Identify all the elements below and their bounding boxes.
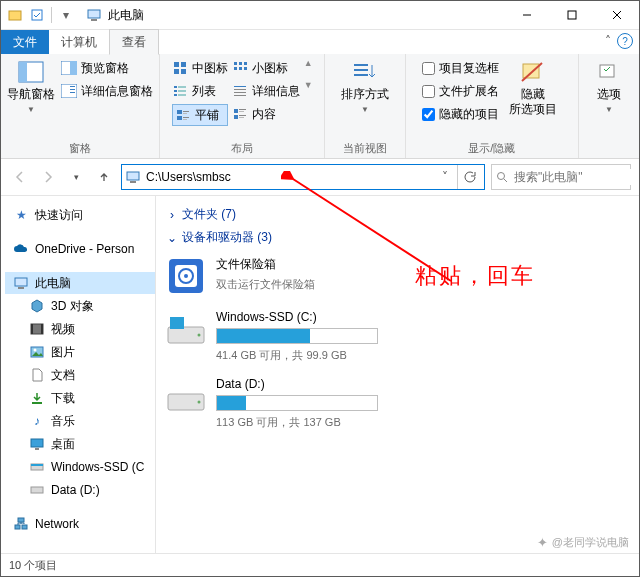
sidebar-item-onedrive[interactable]: OneDrive - Person <box>5 238 155 260</box>
properties-icon[interactable] <box>29 7 45 23</box>
svg-rect-13 <box>70 86 75 87</box>
svg-rect-65 <box>32 402 42 404</box>
preview-pane-icon <box>61 60 77 76</box>
qat-dropdown-icon[interactable]: ▾ <box>58 7 74 23</box>
address-input[interactable] <box>144 169 433 185</box>
content-button[interactable]: 内容 <box>232 104 300 124</box>
item-checkboxes-toggle[interactable]: 项目复选框 <box>422 58 499 78</box>
content-pane[interactable]: ›文件夹 (7) ⌄设备和驱动器 (3) 文件保险箱 双击运行文件保险箱 Win… <box>156 196 639 553</box>
nav-pane-button[interactable]: 导航窗格 ▼ <box>7 58 55 116</box>
download-icon <box>29 390 45 406</box>
sort-by-button[interactable]: 排序方式 ▼ <box>341 58 389 116</box>
svg-rect-25 <box>178 94 186 96</box>
help-icon[interactable]: ? <box>617 33 633 49</box>
minimize-button[interactable] <box>504 1 549 29</box>
status-bar: 10 个项目 <box>1 553 639 576</box>
forward-button[interactable] <box>37 166 59 188</box>
drive-d-icon <box>166 377 206 417</box>
svg-rect-54 <box>127 172 139 180</box>
svg-rect-1 <box>32 10 42 20</box>
tab-computer[interactable]: 计算机 <box>49 30 109 54</box>
sidebar-item-cdrive[interactable]: Windows-SSD (C <box>5 456 155 478</box>
folders-section-header[interactable]: ›文件夹 (7) <box>166 206 629 223</box>
medium-icons-icon <box>172 60 188 76</box>
svg-rect-27 <box>183 111 189 112</box>
preview-pane-button[interactable]: 预览窗格 <box>61 58 153 78</box>
sidebar-item-pictures[interactable]: 图片 <box>5 341 155 363</box>
search-box[interactable] <box>491 164 631 190</box>
content-icon <box>232 106 248 122</box>
drive-sub: 双击运行文件保险箱 <box>216 277 315 292</box>
drive-item-safebox[interactable]: 文件保险箱 双击运行文件保险箱 <box>166 256 629 296</box>
svg-rect-29 <box>177 116 182 120</box>
group-currentview-label: 当前视图 <box>343 139 387 156</box>
hidden-items-toggle[interactable]: 隐藏的项目 <box>422 104 499 124</box>
refresh-button[interactable] <box>457 165 480 189</box>
recent-dropdown[interactable]: ▾ <box>65 166 87 188</box>
navigation-pane[interactable]: ★快速访问 OneDrive - Person 此电脑 3D 对象 视频 图片 … <box>1 196 156 553</box>
svg-rect-17 <box>181 62 186 67</box>
close-button[interactable] <box>594 1 639 29</box>
svg-rect-67 <box>35 448 39 450</box>
address-bar[interactable]: ˅ <box>121 164 485 190</box>
sidebar-item-3d[interactable]: 3D 对象 <box>5 295 155 317</box>
svg-rect-41 <box>234 95 246 96</box>
drive-item-c[interactable]: Windows-SSD (C:) 41.4 GB 可用，共 99.9 GB <box>166 310 629 363</box>
details-pane-button[interactable]: 详细信息窗格 <box>61 81 153 101</box>
sort-by-icon <box>351 58 379 86</box>
drive-item-d[interactable]: Data (D:) 113 GB 可用，共 137 GB <box>166 377 629 430</box>
sidebar-item-music[interactable]: ♪音乐 <box>5 410 155 432</box>
sidebar-item-network[interactable]: Network <box>5 513 155 535</box>
drive-c-icon <box>166 310 206 350</box>
up-button[interactable] <box>93 166 115 188</box>
svg-rect-62 <box>41 324 43 334</box>
svg-rect-43 <box>239 109 246 110</box>
svg-rect-51 <box>523 64 539 78</box>
video-icon <box>29 321 45 337</box>
svg-rect-73 <box>18 518 24 522</box>
svg-rect-24 <box>174 94 177 96</box>
hide-icon <box>519 58 547 86</box>
list-icon <box>172 83 188 99</box>
sidebar-item-downloads[interactable]: 下载 <box>5 387 155 409</box>
tab-file[interactable]: 文件 <box>1 30 49 54</box>
sidebar-item-ddrive[interactable]: Data (D:) <box>5 479 155 501</box>
thispc-icon <box>86 7 102 23</box>
svg-rect-69 <box>31 464 43 466</box>
layout-scroll-up[interactable]: ▲ <box>304 58 313 68</box>
svg-rect-70 <box>31 487 43 493</box>
address-dropdown-icon[interactable]: ˅ <box>437 170 453 184</box>
tab-view[interactable]: 查看 <box>109 29 159 55</box>
sidebar-item-desktop[interactable]: 桌面 <box>5 433 155 455</box>
details-button[interactable]: 详细信息 <box>232 81 300 101</box>
svg-rect-34 <box>244 62 247 65</box>
sidebar-item-quick[interactable]: ★快速访问 <box>5 204 155 226</box>
hide-selected-button[interactable]: 隐藏 所选项目 <box>505 58 561 116</box>
search-input[interactable] <box>512 169 640 185</box>
tiles-button[interactable]: 平铺 <box>172 104 228 126</box>
options-button[interactable]: 选项 ▼ <box>589 58 629 116</box>
layout-scroll-down[interactable]: ▼ <box>304 80 313 90</box>
drive-sub: 113 GB 可用，共 137 GB <box>216 415 378 430</box>
group-layout-label: 布局 <box>231 139 253 156</box>
svg-rect-0 <box>9 11 21 20</box>
svg-rect-28 <box>183 113 187 114</box>
list-button[interactable]: 列表 <box>172 81 228 101</box>
drive-name: Data (D:) <box>216 377 378 391</box>
small-icons-button[interactable]: 小图标 <box>232 58 300 78</box>
collapse-ribbon-icon[interactable]: ˄ <box>605 34 611 48</box>
sidebar-item-videos[interactable]: 视频 <box>5 318 155 340</box>
medium-icons-button[interactable]: 中图标 <box>172 58 228 78</box>
svg-rect-59 <box>18 287 24 289</box>
pc-icon <box>13 275 29 291</box>
svg-point-56 <box>498 173 505 180</box>
sidebar-item-documents[interactable]: 文档 <box>5 364 155 386</box>
back-button[interactable] <box>9 166 31 188</box>
drives-section-header[interactable]: ⌄设备和驱动器 (3) <box>166 229 629 246</box>
drive-sub: 41.4 GB 可用，共 99.9 GB <box>216 348 378 363</box>
maximize-button[interactable] <box>549 1 594 29</box>
svg-rect-19 <box>181 69 186 74</box>
file-extensions-toggle[interactable]: 文件扩展名 <box>422 81 499 101</box>
svg-rect-22 <box>174 90 177 92</box>
sidebar-item-thispc[interactable]: 此电脑 <box>5 272 155 294</box>
